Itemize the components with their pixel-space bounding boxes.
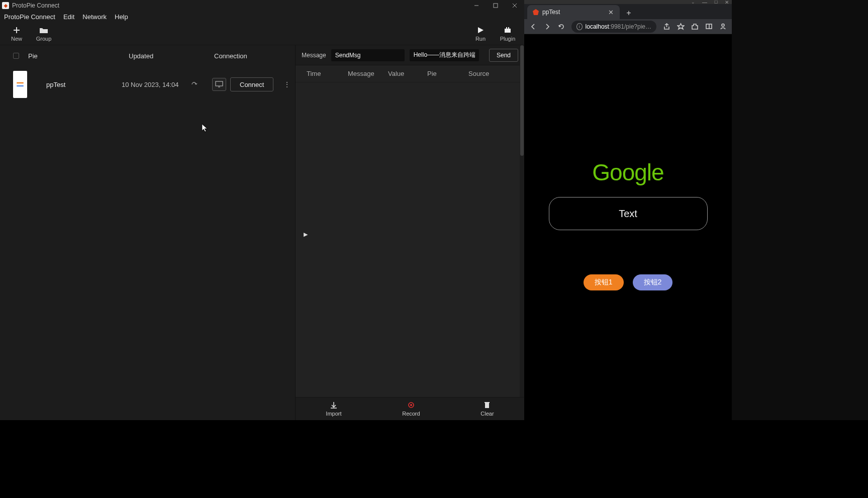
url-host: localhost xyxy=(586,23,609,30)
menu-app[interactable]: ProtoPie Connect xyxy=(0,12,59,22)
menubar: ProtoPie Connect Edit Network Help xyxy=(0,11,524,22)
record-button[interactable]: Record xyxy=(402,401,420,417)
browser-close-button[interactable]: ✕ xyxy=(725,0,729,5)
svg-rect-8 xyxy=(506,27,507,29)
group-label: Group xyxy=(36,36,52,42)
panel-expand-caret[interactable]: ▶ xyxy=(304,231,308,238)
svg-rect-7 xyxy=(505,29,511,33)
log-header-row: Time Message Value Pie Source xyxy=(296,65,524,82)
desktop-blank-area xyxy=(0,420,868,498)
message-value-input[interactable] xyxy=(410,49,479,61)
svg-rect-9 xyxy=(508,27,509,29)
maximize-button[interactable] xyxy=(486,0,505,11)
message-name-input[interactable] xyxy=(331,49,405,61)
app-logo-icon: ◆ xyxy=(2,2,9,9)
play-icon xyxy=(475,26,486,35)
log-header-source: Source xyxy=(468,70,513,77)
list-header-row: Pie Updated Connection xyxy=(0,45,295,66)
send-button[interactable]: Send xyxy=(489,49,518,62)
monitor-icon xyxy=(215,81,223,88)
button-row: 按钮1 按钮2 xyxy=(584,274,673,290)
url-path: :9981/pie?pie… xyxy=(609,23,651,30)
svg-point-23 xyxy=(722,24,724,27)
page-viewport: Google Text 按钮1 按钮2 xyxy=(524,34,732,420)
plugin-icon xyxy=(503,26,513,35)
svg-rect-1 xyxy=(494,4,498,8)
panel-button[interactable] xyxy=(703,21,715,33)
browser-minimize-button[interactable]: — xyxy=(702,0,707,5)
svg-rect-18 xyxy=(485,402,490,403)
window-title: ProtoPie Connect xyxy=(12,2,59,9)
connect-button[interactable]: Connect xyxy=(230,77,273,91)
log-body: ▶ xyxy=(296,82,524,397)
import-icon xyxy=(330,401,337,409)
run-button[interactable]: Run xyxy=(467,22,494,45)
close-button[interactable] xyxy=(505,0,524,11)
log-panel: Message Send Time Message Value Pie Sour… xyxy=(296,45,524,420)
menu-network[interactable]: Network xyxy=(78,12,111,22)
menu-edit[interactable]: Edit xyxy=(59,12,78,22)
tab-close-button[interactable]: ✕ xyxy=(607,9,615,16)
browser-frame-top: ⌄ — ☐ ✕ xyxy=(524,0,732,4)
new-button[interactable]: New xyxy=(3,22,30,45)
pie-updated: 10 Nov 2023, 14:04 xyxy=(122,81,187,88)
import-button[interactable]: Import xyxy=(326,401,341,417)
site-info-icon[interactable]: i xyxy=(576,23,583,30)
button-2[interactable]: 按钮2 xyxy=(633,274,673,290)
mouse-cursor-icon xyxy=(202,124,208,134)
run-label: Run xyxy=(475,36,486,42)
log-header-message: Message xyxy=(348,70,388,77)
svg-rect-10 xyxy=(216,81,223,86)
clear-label: Clear xyxy=(480,411,494,417)
share-button[interactable] xyxy=(660,21,672,33)
new-tab-button[interactable]: + xyxy=(623,7,635,19)
record-icon xyxy=(408,401,415,409)
chevron-down-icon[interactable]: ⌄ xyxy=(691,0,695,5)
protopie-connect-window: ◆ ProtoPie Connect ProtoPie Connect Edit… xyxy=(0,0,524,420)
import-label: Import xyxy=(326,411,341,417)
header-pie: Pie xyxy=(28,52,129,60)
list-item[interactable]: ppTest 10 Nov 2023, 14:04 Connect ⋮ xyxy=(0,66,295,103)
button-1[interactable]: 按钮1 xyxy=(584,274,624,290)
message-label: Message xyxy=(302,52,326,59)
svg-marker-20 xyxy=(678,24,684,29)
trash-icon xyxy=(484,401,490,409)
new-label: New xyxy=(11,36,22,42)
plugin-button[interactable]: Plugin xyxy=(494,22,521,45)
tab-title: ppTest xyxy=(542,9,607,16)
vertical-scrollbar[interactable] xyxy=(520,45,524,397)
plugin-label: Plugin xyxy=(500,36,516,42)
log-header-time: Time xyxy=(307,70,348,77)
window-controls xyxy=(467,0,524,11)
browser-tab[interactable]: ppTest ✕ xyxy=(527,5,620,19)
browser-tabstrip: ppTest ✕ + xyxy=(524,4,732,19)
record-label: Record xyxy=(402,411,420,417)
pie-name: ppTest xyxy=(46,81,122,88)
browser-window: ⌄ — ☐ ✕ ppTest ✕ + i localhost:9981/pie?… xyxy=(524,0,732,420)
titlebar: ◆ ProtoPie Connect xyxy=(0,0,524,11)
profile-button[interactable] xyxy=(717,21,729,33)
display-button[interactable] xyxy=(212,78,226,91)
tab-favicon-icon xyxy=(532,9,539,16)
url-input[interactable]: i localhost:9981/pie?pie… xyxy=(571,21,656,33)
log-bottom-actions: Import Record Clear xyxy=(296,397,524,420)
log-header-pie: Pie xyxy=(427,70,468,77)
browser-maximize-button[interactable]: ☐ xyxy=(714,0,718,5)
nav-forward-button[interactable] xyxy=(541,21,553,33)
extensions-button[interactable] xyxy=(689,21,701,33)
scrollbar-thumb[interactable] xyxy=(520,45,524,156)
select-all-checkbox[interactable] xyxy=(13,53,19,59)
clear-button[interactable]: Clear xyxy=(480,401,494,417)
minimize-button[interactable] xyxy=(467,0,486,11)
pie-list-panel: Pie Updated Connection ppTest 10 Nov 202… xyxy=(0,45,296,420)
log-header-value: Value xyxy=(388,70,427,77)
nav-reload-button[interactable] xyxy=(555,21,567,33)
svg-marker-12 xyxy=(202,124,207,132)
row-more-button[interactable]: ⋮ xyxy=(280,80,293,88)
bookmark-button[interactable] xyxy=(674,21,687,33)
svg-marker-19 xyxy=(533,9,539,15)
nav-back-button[interactable] xyxy=(527,21,539,33)
main-toolbar: New Group Run Plugin xyxy=(0,22,524,45)
group-button[interactable]: Group xyxy=(30,22,57,45)
menu-help[interactable]: Help xyxy=(111,12,132,22)
